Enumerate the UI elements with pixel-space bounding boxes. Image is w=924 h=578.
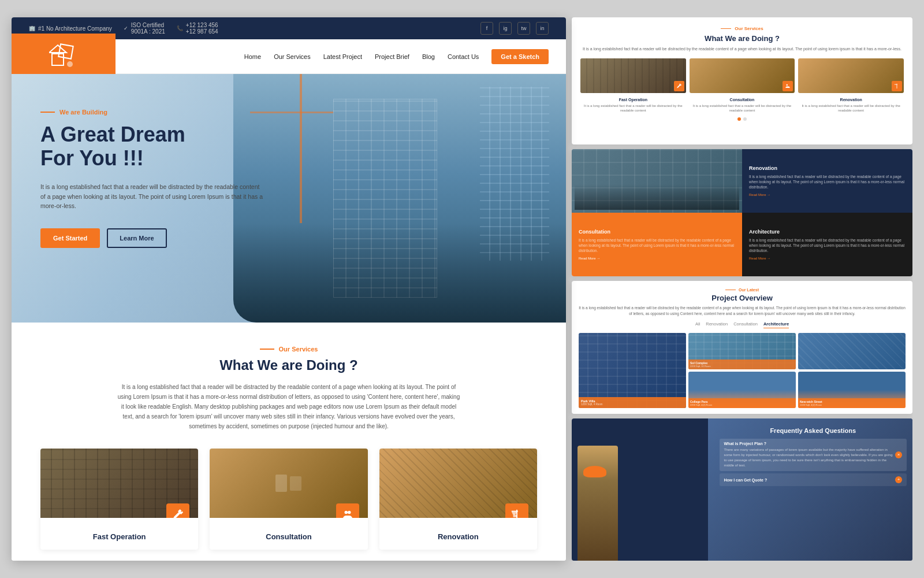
social-links[interactable]: f ig tw in bbox=[480, 22, 549, 35]
cell-consultation-text: It is a long established fact that a rea… bbox=[579, 238, 735, 253]
nav-brief[interactable]: Project Brief bbox=[375, 53, 409, 60]
nav-project[interactable]: Latest Project bbox=[323, 53, 362, 60]
faq-question-2: How I can Get Quote ? bbox=[724, 478, 767, 482]
project-cell-top-right bbox=[798, 333, 906, 369]
cell-consultation-label: Consultation bbox=[579, 229, 735, 235]
cell-renovation-readmore[interactable]: Read More → bbox=[749, 193, 906, 197]
hero-title: A Great Dream For You !!! bbox=[40, 123, 266, 171]
cell-renovation-label: Renovation bbox=[749, 165, 906, 171]
right-panel-faq: Frequently Asked Questions What is Proje… bbox=[572, 418, 912, 561]
nav-cta-button[interactable]: Get a Sketch bbox=[491, 49, 549, 64]
project-cell-bot-mid: College Para 2200 Sqft, 4(2) Room bbox=[688, 372, 796, 408]
svg-point-3 bbox=[67, 61, 73, 67]
service-card-title-1: Fast Operation bbox=[49, 532, 189, 541]
svg-point-5 bbox=[348, 511, 351, 514]
website-preview: 🏢 #1 No Architecture Company ✓ ISO Certi… bbox=[12, 17, 566, 561]
faq-item-1[interactable]: What is Project Plan ? There are many va… bbox=[720, 439, 907, 471]
services-grid-cell-consultation: Consultation It is a long established fa… bbox=[572, 213, 742, 276]
svg-rect-0 bbox=[52, 54, 64, 65]
right-panel-services-grid: Renovation It is a long established fact… bbox=[572, 149, 912, 276]
panel-1-tag: Our Services bbox=[580, 26, 904, 31]
panel-3-desc: It is a long established fact that a rea… bbox=[579, 305, 906, 317]
faq-item-1-content: What is Project Plan ? There are many va… bbox=[724, 442, 896, 468]
people-icon bbox=[341, 509, 354, 518]
project-cell-top-mid: Sol Complex 2200 Sqft, 10 Room bbox=[688, 333, 796, 369]
service-icon-badge-1 bbox=[166, 503, 189, 518]
twitter-icon[interactable]: tw bbox=[517, 22, 530, 35]
svg-point-4 bbox=[344, 511, 348, 514]
projects-grid: Park Villa 1200 Sqft, 4 Room Sol Complex… bbox=[579, 333, 906, 408]
tab-all[interactable]: All bbox=[695, 321, 700, 328]
tab-renovation[interactable]: Renovation bbox=[706, 321, 728, 328]
hero-section: We are Building A Great Dream For You !!… bbox=[12, 74, 566, 323]
service-card-body-2: Consultation bbox=[210, 518, 367, 550]
dot-2[interactable] bbox=[743, 117, 747, 121]
nav-home[interactable]: Home bbox=[244, 53, 261, 60]
service-card-img-3 bbox=[379, 449, 537, 518]
dot-1[interactable] bbox=[737, 117, 741, 121]
panel-img-fast bbox=[580, 58, 686, 93]
tab-consultation[interactable]: Consultation bbox=[733, 321, 758, 328]
facebook-icon[interactable]: f bbox=[480, 22, 493, 35]
project-tabs: All Renovation Consultation Architecture bbox=[579, 321, 906, 328]
crane-icon bbox=[511, 509, 523, 518]
get-started-button[interactable]: Get Started bbox=[40, 228, 100, 248]
faq-icon-2[interactable]: + bbox=[895, 476, 902, 483]
cell-consultation-readmore[interactable]: Read More → bbox=[579, 257, 735, 260]
faq-title: Frequently Asked Questions bbox=[720, 427, 907, 434]
carousel-dots bbox=[580, 117, 904, 121]
service-card-title-3: Renovation bbox=[388, 532, 528, 541]
hero-tag-line bbox=[40, 112, 55, 113]
panel-img-badge-2 bbox=[783, 81, 793, 91]
panel-1-desc: It is a long established fact that a rea… bbox=[580, 46, 904, 53]
services-title: What We are Doing ? bbox=[40, 357, 537, 373]
panel-img-badge-3 bbox=[892, 81, 902, 91]
services-tag: Our Services bbox=[40, 346, 537, 353]
right-panel-projects: Our Latest Project Overview It is a long… bbox=[572, 281, 912, 414]
faq-item-2[interactable]: How I can Get Quote ? + bbox=[720, 473, 907, 486]
panel-card-1: Fast Operation It is a long established … bbox=[580, 98, 686, 113]
cell-architecture-readmore[interactable]: Read More → bbox=[749, 257, 906, 260]
hero-description: It is a long established fact that a rea… bbox=[40, 182, 266, 211]
cell-renovation-text: It is a long established fact that a rea… bbox=[749, 174, 906, 190]
hero-tag: We are Building bbox=[40, 109, 266, 116]
panel-3-title: Project Overview bbox=[579, 294, 906, 302]
phone-label: 📞 +12 123 456 +12 987 654 bbox=[177, 22, 218, 35]
logo bbox=[12, 34, 116, 80]
service-card-title-2: Consultation bbox=[218, 532, 359, 541]
svg-point-8 bbox=[787, 84, 788, 86]
services-grid-cell-renovation: Renovation It is a long established fact… bbox=[742, 149, 912, 213]
svg-rect-7 bbox=[512, 511, 518, 512]
service-card-img-2 bbox=[210, 449, 367, 518]
instagram-icon[interactable]: ig bbox=[499, 22, 512, 35]
faq-icon-1[interactable]: × bbox=[895, 451, 902, 458]
nav-services[interactable]: Our Services bbox=[274, 53, 311, 60]
right-panel-services: Our Services What We are Doing ? It is a… bbox=[572, 17, 912, 144]
panel-img-renov bbox=[798, 58, 904, 93]
project-cell-large: Park Villa 1200 Sqft, 4 Room bbox=[579, 333, 686, 408]
services-grid-cell-1 bbox=[572, 149, 742, 213]
iso-text: ISO Certified 9001A : 2021 bbox=[131, 22, 165, 35]
learn-more-button[interactable]: Learn More bbox=[107, 228, 166, 248]
panel-card-2: Consultation It is a long established fa… bbox=[690, 98, 795, 113]
service-card-img-1 bbox=[40, 449, 198, 518]
faq-worker-image bbox=[572, 433, 629, 561]
tab-architecture[interactable]: Architecture bbox=[763, 321, 789, 328]
hero-content: We are Building A Great Dream For You !!… bbox=[12, 74, 289, 323]
iso-label: ✓ ISO Certified 9001A : 2021 bbox=[124, 22, 165, 35]
panel-1-card-titles: Fast Operation It is a long established … bbox=[580, 98, 904, 113]
nav-contact[interactable]: Contact Us bbox=[448, 53, 479, 60]
wrench-icon bbox=[172, 509, 184, 518]
header: Home Our Services Latest Project Project… bbox=[12, 39, 566, 74]
service-icon-badge-3 bbox=[505, 503, 528, 518]
services-description: It is a long established fact that a rea… bbox=[116, 382, 462, 431]
faq-question-1: What is Project Plan ? bbox=[724, 442, 896, 446]
service-card-body-1: Fast Operation bbox=[40, 518, 198, 550]
right-panels: Our Services What We are Doing ? It is a… bbox=[566, 17, 912, 561]
phone-numbers: +12 123 456 +12 987 654 bbox=[186, 22, 218, 35]
cell-architecture-label: Architecture bbox=[749, 229, 906, 235]
panel-img-consult bbox=[690, 58, 795, 93]
nav-blog[interactable]: Blog bbox=[422, 53, 435, 60]
services-section: Our Services What We are Doing ? It is a… bbox=[12, 323, 566, 561]
linkedin-icon[interactable]: in bbox=[536, 22, 549, 35]
